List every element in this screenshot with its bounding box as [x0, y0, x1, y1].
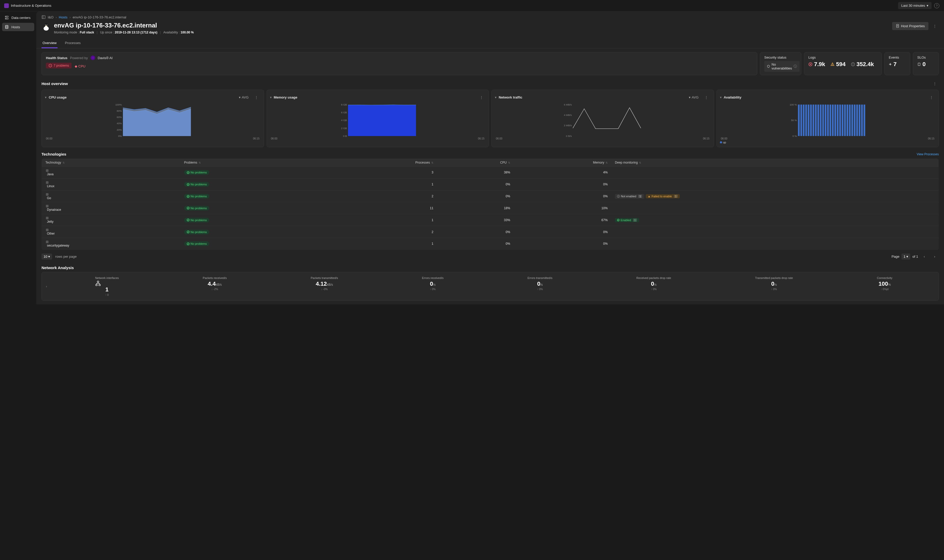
tech-icon: [45, 204, 177, 208]
table-row[interactable]: JettyNo problems133%67% Enabled1: [42, 214, 939, 226]
svg-rect-58: [822, 105, 824, 136]
app-logo-icon: [4, 3, 9, 8]
more-icon[interactable]: ⋮: [477, 93, 485, 102]
deep-monitoring-badge: ⓘ Not enabled1: [615, 194, 644, 199]
sidebar-item-data-centers[interactable]: Data centers: [2, 14, 34, 22]
table-row[interactable]: JavaNo problems338%4%: [42, 167, 939, 178]
table-row[interactable]: GoNo problems20%0%ⓘ Not enabled1▲ Failed…: [42, 190, 939, 202]
slos-count[interactable]: 0: [917, 61, 935, 68]
svg-point-25: [832, 65, 833, 65]
help-icon[interactable]: ?: [934, 3, 940, 9]
logs-warn-count[interactable]: 594: [830, 61, 846, 68]
svg-text:0%: 0%: [118, 135, 122, 137]
info-icon: [851, 62, 855, 66]
svg-text:0 %: 0 %: [792, 135, 797, 137]
table-row[interactable]: OtherNo problems20%0%: [42, 226, 939, 238]
chevron-right-icon: ›: [69, 15, 71, 19]
events-count[interactable]: ✦7: [889, 61, 906, 68]
svg-rect-69: [849, 105, 851, 136]
no-problems-badge: No problems: [184, 206, 209, 211]
logs-info-count[interactable]: 352.4k: [851, 61, 874, 68]
rows-per-page-select[interactable]: 10 ▾: [42, 254, 52, 260]
agg-select[interactable]: ▾AVG: [237, 94, 251, 100]
svg-rect-76: [46, 169, 48, 172]
chevron-down-icon[interactable]: ▾: [270, 95, 272, 99]
next-page-button[interactable]: ›: [930, 252, 939, 261]
health-status-card: Health Status Powered by Davis® AI 7 pro…: [42, 52, 757, 75]
table-row[interactable]: securitygatewayNo problems10%0%: [42, 238, 939, 250]
network-stat: Packets transmitted/s4.12kB/s↓ -0%: [311, 276, 338, 296]
svg-text:2 GB: 2 GB: [341, 127, 347, 130]
table-header[interactable]: Deep monitoring ⇅: [611, 158, 939, 167]
legend-dot: [720, 141, 722, 143]
page-select[interactable]: 1 ▾: [901, 254, 910, 260]
chevron-down-icon[interactable]: ▾: [45, 95, 47, 99]
svg-text:0 B/s: 0 B/s: [566, 135, 571, 137]
svg-point-2: [6, 16, 6, 17]
vulnerabilities-badge[interactable]: No vulnerabilities ⓘ: [764, 61, 799, 72]
network-stat: Errors transmitted/s0/s↑ 0%: [528, 276, 552, 296]
more-icon[interactable]: ⋮: [930, 79, 939, 88]
more-icon[interactable]: ⋮: [930, 22, 939, 30]
more-icon[interactable]: ⋮: [927, 93, 935, 102]
more-icon[interactable]: ⋮: [253, 93, 261, 102]
no-problems-badge: No problems: [184, 218, 209, 222]
svg-rect-53: [810, 105, 812, 136]
svg-rect-4: [5, 25, 8, 29]
panel-icon[interactable]: [42, 15, 46, 19]
davis-icon: [91, 55, 95, 60]
svg-rect-29: [918, 63, 920, 66]
cpu-badge[interactable]: ◆ CPU: [75, 64, 85, 68]
svg-text:8 GB: 8 GB: [341, 103, 347, 106]
chart-plot: 0%20%40%60%80%100%: [45, 103, 261, 137]
table-row[interactable]: LinuxNo problems10%0%: [42, 178, 939, 190]
error-icon: [808, 62, 813, 66]
sort-icon: ⇅: [63, 161, 65, 164]
breadcrumb-link-hosts[interactable]: Hosts: [59, 15, 68, 19]
svg-rect-7: [42, 15, 45, 18]
chevron-down-icon: ▾: [689, 95, 691, 99]
view-processes-link[interactable]: View Processes: [917, 152, 939, 156]
network-stat: Network interfaces1↑ 0: [95, 276, 119, 296]
svg-rect-72: [856, 105, 858, 136]
chevron-down-icon[interactable]: ▾: [495, 95, 497, 99]
tab-overview[interactable]: Overview: [42, 38, 58, 48]
svg-rect-89: [46, 241, 48, 243]
table-header[interactable]: CPU ⇅: [437, 158, 514, 167]
svg-text:0 B: 0 B: [343, 135, 347, 137]
logs-error-count[interactable]: 7.9k: [808, 61, 825, 68]
check-icon: [617, 219, 619, 222]
more-icon[interactable]: ⋮: [702, 93, 711, 102]
expand-icon[interactable]: ›: [46, 285, 51, 288]
breadcrumb: I&O › Hosts › envAG ip-10-176-33-76.ec2.…: [36, 11, 944, 21]
tab-processes[interactable]: Processes: [64, 38, 82, 48]
svg-text:100 %: 100 %: [789, 103, 797, 106]
chart-plot: 0 %50 %100 %: [720, 103, 936, 137]
security-title: Security status: [764, 55, 797, 59]
table-header[interactable]: Problems ⇅: [180, 158, 325, 167]
table-header[interactable]: Processes ⇅: [325, 158, 437, 167]
info-icon: ⓘ: [617, 194, 620, 198]
svg-text:4 GB: 4 GB: [341, 119, 347, 122]
sidebar-item-hosts[interactable]: Hosts: [2, 23, 34, 31]
chart-title: Memory usage: [274, 95, 297, 99]
svg-rect-55: [815, 105, 817, 136]
no-problems-badge: No problems: [184, 170, 209, 175]
time-picker[interactable]: Last 30 minutes ▾: [898, 2, 932, 9]
table-header[interactable]: Technology ⇅: [42, 158, 180, 167]
host-properties-button[interactable]: Host Properties: [892, 22, 929, 30]
svg-rect-63: [834, 105, 836, 136]
table-header[interactable]: Memory ⇅: [514, 158, 611, 167]
no-problems-badge: No problems: [184, 182, 209, 187]
network-stat: Errors received/s0/s↑ 0%: [422, 276, 444, 296]
table-row[interactable]: DynatraceNo problems1118%10%: [42, 202, 939, 214]
svg-rect-82: [46, 205, 48, 208]
chevron-down-icon[interactable]: ▾: [720, 95, 722, 99]
problems-badge[interactable]: 7 problems: [46, 63, 72, 68]
svg-rect-48: [798, 105, 799, 136]
prev-page-button[interactable]: ‹: [920, 252, 929, 261]
linux-icon: [42, 22, 51, 31]
svg-rect-57: [820, 105, 822, 136]
agg-select[interactable]: ▾AVG: [687, 94, 701, 100]
info-icon[interactable]: ⓘ: [793, 64, 797, 69]
